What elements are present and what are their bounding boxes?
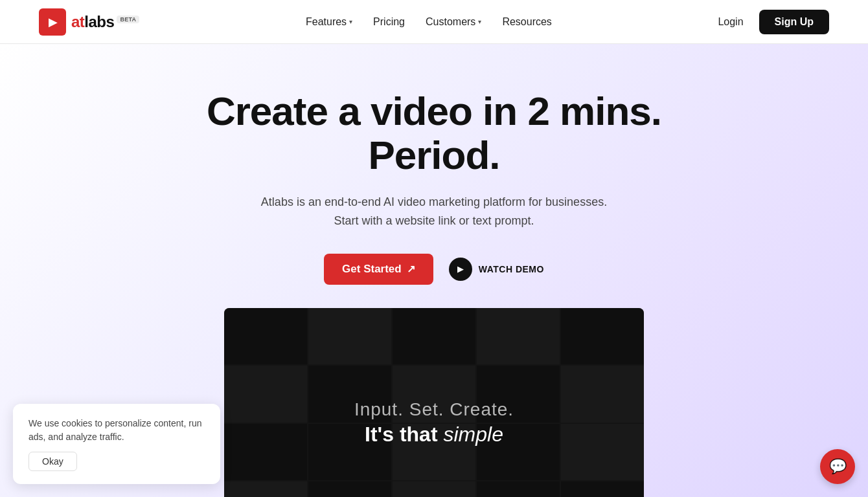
video-line1: Input. Set. Create. (354, 399, 514, 420)
nav-features[interactable]: Features ▾ (306, 16, 352, 28)
chat-icon: 💬 (829, 458, 847, 475)
video-overlay: Input. Set. Create. It's that simple (224, 308, 644, 497)
arrow-icon: ↗ (407, 263, 415, 275)
video-preview[interactable]: Input. Set. Create. It's that simple (224, 308, 644, 497)
login-link[interactable]: Login (718, 16, 743, 28)
watch-demo-button[interactable]: ▶ WATCH DEMO (449, 258, 544, 281)
nav-actions: Login Sign Up (718, 10, 829, 34)
hero-subtitle-line1: Atlabs is an end-to-end AI video marketi… (261, 193, 607, 212)
hero-subtitle-line2: Start with a website link or text prompt… (261, 212, 607, 230)
features-chevron-icon: ▾ (349, 18, 352, 25)
play-icon: ▶ (449, 258, 472, 281)
beta-badge: BETA (117, 16, 139, 23)
cookie-message: We use cookies to personalize content, r… (29, 417, 205, 444)
cookie-okay-button[interactable]: Okay (29, 452, 77, 471)
nav-resources[interactable]: Resources (502, 16, 551, 28)
logo-text: atlabsBETA (71, 13, 139, 31)
nav-pricing[interactable]: Pricing (373, 16, 405, 28)
customers-chevron-icon: ▾ (478, 18, 481, 25)
nav-customers[interactable]: Customers ▾ (426, 16, 481, 28)
cookie-banner: We use cookies to personalize content, r… (13, 404, 220, 484)
chat-button[interactable]: 💬 (820, 449, 855, 484)
logo-icon (39, 8, 66, 36)
nav-links: Features ▾ Pricing Customers ▾ Resources (306, 16, 552, 28)
hero-actions: Get Started ↗ ▶ WATCH DEMO (324, 254, 544, 285)
hero-subtitle: Atlabs is an end-to-end AI video marketi… (261, 193, 607, 230)
video-line2: It's that simple (365, 423, 503, 447)
logo-red-text: at (71, 13, 84, 30)
signup-button[interactable]: Sign Up (759, 10, 829, 34)
logo[interactable]: atlabsBETA (39, 8, 139, 36)
navbar: atlabsBETA Features ▾ Pricing Customers … (0, 0, 868, 44)
hero-title: Create a video in 2 mins. Period. (175, 89, 693, 177)
get-started-button[interactable]: Get Started ↗ (324, 254, 433, 285)
